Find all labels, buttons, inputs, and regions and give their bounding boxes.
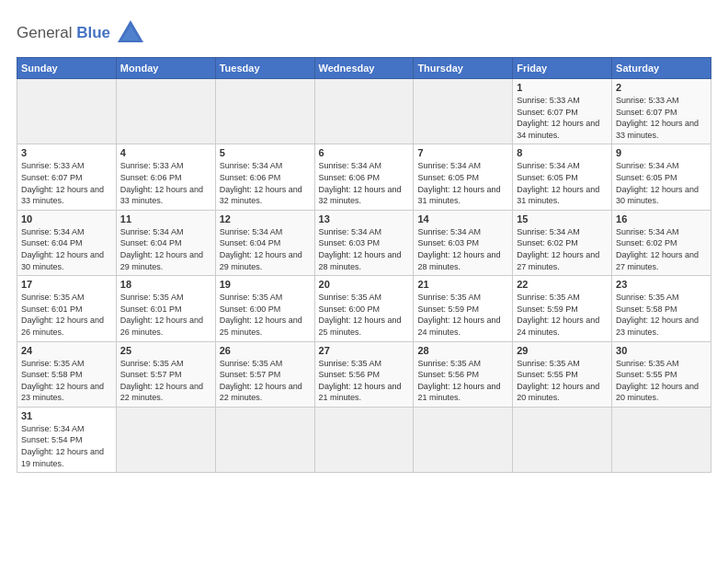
day-number: 25 (120, 345, 211, 356)
day-info: Sunrise: 5:34 AMSunset: 6:05 PMDaylight:… (517, 160, 608, 206)
col-header-wednesday: Wednesday (314, 58, 414, 79)
calendar-cell: 10Sunrise: 5:34 AMSunset: 6:04 PMDayligh… (17, 210, 117, 275)
day-number: 2 (616, 82, 707, 93)
calendar-cell: 28Sunrise: 5:35 AMSunset: 5:56 PMDayligh… (414, 341, 513, 407)
calendar-cell: 4Sunrise: 5:33 AMSunset: 6:06 PMDaylight… (116, 144, 215, 210)
day-info: Sunrise: 5:35 AMSunset: 6:00 PMDaylight:… (220, 292, 311, 338)
calendar-cell: 19Sunrise: 5:35 AMSunset: 6:00 PMDayligh… (215, 276, 314, 341)
logo-icon (114, 17, 147, 50)
day-info: Sunrise: 5:34 AMSunset: 6:02 PMDaylight:… (616, 226, 707, 272)
calendar-cell (414, 407, 513, 472)
day-number: 23 (616, 279, 707, 290)
day-number: 26 (220, 345, 311, 356)
day-number: 1 (517, 82, 608, 93)
col-header-saturday: Saturday (612, 58, 711, 79)
day-number: 31 (21, 410, 112, 421)
calendar-cell: 1Sunrise: 5:33 AMSunset: 6:07 PMDaylight… (513, 79, 612, 144)
day-number: 30 (616, 345, 707, 356)
day-number: 19 (220, 279, 311, 290)
col-header-tuesday: Tuesday (215, 58, 314, 79)
day-info: Sunrise: 5:34 AMSunset: 6:05 PMDaylight:… (417, 160, 508, 206)
day-info: Sunrise: 5:34 AMSunset: 6:03 PMDaylight:… (417, 226, 508, 272)
day-number: 10 (21, 213, 112, 224)
day-number: 17 (21, 279, 112, 290)
day-info: Sunrise: 5:35 AMSunset: 5:55 PMDaylight:… (517, 358, 608, 404)
calendar-cell: 20Sunrise: 5:35 AMSunset: 6:00 PMDayligh… (314, 276, 414, 341)
day-info: Sunrise: 5:34 AMSunset: 6:06 PMDaylight:… (319, 160, 410, 206)
calendar-cell: 12Sunrise: 5:34 AMSunset: 6:04 PMDayligh… (215, 210, 314, 275)
calendar-cell: 11Sunrise: 5:34 AMSunset: 6:04 PMDayligh… (116, 210, 215, 275)
calendar-table: SundayMondayTuesdayWednesdayThursdayFrid… (17, 57, 711, 473)
calendar-week-5: 24Sunrise: 5:35 AMSunset: 5:58 PMDayligh… (17, 341, 711, 407)
day-info: Sunrise: 5:33 AMSunset: 6:07 PMDaylight:… (616, 95, 707, 141)
day-info: Sunrise: 5:34 AMSunset: 5:54 PMDaylight:… (21, 423, 112, 469)
day-info: Sunrise: 5:35 AMSunset: 5:57 PMDaylight:… (220, 358, 311, 404)
logo: General Blue (17, 17, 147, 50)
calendar-cell: 30Sunrise: 5:35 AMSunset: 5:55 PMDayligh… (612, 341, 711, 407)
day-number: 28 (417, 345, 508, 356)
calendar-header-row: SundayMondayTuesdayWednesdayThursdayFrid… (17, 58, 711, 79)
calendar-cell: 15Sunrise: 5:34 AMSunset: 6:02 PMDayligh… (513, 210, 612, 275)
calendar-cell: 3Sunrise: 5:33 AMSunset: 6:07 PMDaylight… (17, 144, 117, 210)
calendar-cell: 8Sunrise: 5:34 AMSunset: 6:05 PMDaylight… (513, 144, 612, 210)
day-number: 18 (120, 279, 211, 290)
calendar-cell: 2Sunrise: 5:33 AMSunset: 6:07 PMDaylight… (612, 79, 711, 144)
calendar-week-1: 1Sunrise: 5:33 AMSunset: 6:07 PMDaylight… (17, 79, 711, 144)
calendar-cell (612, 407, 711, 472)
day-number: 8 (517, 147, 608, 158)
day-info: Sunrise: 5:33 AMSunset: 6:06 PMDaylight:… (120, 160, 211, 206)
calendar-week-2: 3Sunrise: 5:33 AMSunset: 6:07 PMDaylight… (17, 144, 711, 210)
day-number: 5 (220, 147, 311, 158)
col-header-thursday: Thursday (414, 58, 513, 79)
day-info: Sunrise: 5:34 AMSunset: 6:04 PMDaylight:… (220, 226, 311, 272)
calendar-cell (414, 79, 513, 144)
day-info: Sunrise: 5:34 AMSunset: 6:02 PMDaylight:… (517, 226, 608, 272)
day-number: 22 (517, 279, 608, 290)
day-number: 13 (319, 213, 410, 224)
day-info: Sunrise: 5:35 AMSunset: 6:01 PMDaylight:… (21, 292, 112, 338)
calendar-cell: 29Sunrise: 5:35 AMSunset: 5:55 PMDayligh… (513, 341, 612, 407)
calendar-cell: 13Sunrise: 5:34 AMSunset: 6:03 PMDayligh… (314, 210, 414, 275)
day-info: Sunrise: 5:33 AMSunset: 6:07 PMDaylight:… (517, 95, 608, 141)
calendar-cell: 31Sunrise: 5:34 AMSunset: 5:54 PMDayligh… (17, 407, 117, 472)
calendar-cell (215, 79, 314, 144)
calendar-week-4: 17Sunrise: 5:35 AMSunset: 6:01 PMDayligh… (17, 276, 711, 341)
calendar-cell: 24Sunrise: 5:35 AMSunset: 5:58 PMDayligh… (17, 341, 117, 407)
day-number: 21 (417, 279, 508, 290)
calendar-cell: 7Sunrise: 5:34 AMSunset: 6:05 PMDaylight… (414, 144, 513, 210)
day-number: 27 (319, 345, 410, 356)
calendar-cell: 22Sunrise: 5:35 AMSunset: 5:59 PMDayligh… (513, 276, 612, 341)
day-info: Sunrise: 5:35 AMSunset: 5:59 PMDaylight:… (417, 292, 508, 338)
day-info: Sunrise: 5:35 AMSunset: 5:58 PMDaylight:… (21, 358, 112, 404)
calendar-cell (215, 407, 314, 472)
calendar-cell: 23Sunrise: 5:35 AMSunset: 5:58 PMDayligh… (612, 276, 711, 341)
day-info: Sunrise: 5:34 AMSunset: 6:04 PMDaylight:… (120, 226, 211, 272)
day-info: Sunrise: 5:35 AMSunset: 5:58 PMDaylight:… (616, 292, 707, 338)
day-info: Sunrise: 5:34 AMSunset: 6:04 PMDaylight:… (21, 226, 112, 272)
calendar-cell (513, 407, 612, 472)
calendar-cell: 26Sunrise: 5:35 AMSunset: 5:57 PMDayligh… (215, 341, 314, 407)
calendar-cell: 6Sunrise: 5:34 AMSunset: 6:06 PMDaylight… (314, 144, 414, 210)
day-number: 11 (120, 213, 211, 224)
day-number: 4 (120, 147, 211, 158)
calendar-week-3: 10Sunrise: 5:34 AMSunset: 6:04 PMDayligh… (17, 210, 711, 275)
header: General Blue (17, 17, 711, 50)
day-number: 3 (21, 147, 112, 158)
day-info: Sunrise: 5:34 AMSunset: 6:03 PMDaylight:… (319, 226, 410, 272)
calendar-cell (116, 79, 215, 144)
day-number: 16 (616, 213, 707, 224)
day-info: Sunrise: 5:35 AMSunset: 5:56 PMDaylight:… (319, 358, 410, 404)
day-number: 6 (319, 147, 410, 158)
logo-text: General Blue (17, 24, 110, 42)
calendar-cell: 17Sunrise: 5:35 AMSunset: 6:01 PMDayligh… (17, 276, 117, 341)
day-number: 24 (21, 345, 112, 356)
day-info: Sunrise: 5:35 AMSunset: 6:00 PMDaylight:… (319, 292, 410, 338)
calendar-cell: 5Sunrise: 5:34 AMSunset: 6:06 PMDaylight… (215, 144, 314, 210)
col-header-monday: Monday (116, 58, 215, 79)
col-header-sunday: Sunday (17, 58, 117, 79)
calendar-cell: 18Sunrise: 5:35 AMSunset: 6:01 PMDayligh… (116, 276, 215, 341)
calendar-cell (314, 79, 414, 144)
day-info: Sunrise: 5:34 AMSunset: 6:05 PMDaylight:… (616, 160, 707, 206)
day-info: Sunrise: 5:34 AMSunset: 6:06 PMDaylight:… (220, 160, 311, 206)
calendar-cell: 21Sunrise: 5:35 AMSunset: 5:59 PMDayligh… (414, 276, 513, 341)
